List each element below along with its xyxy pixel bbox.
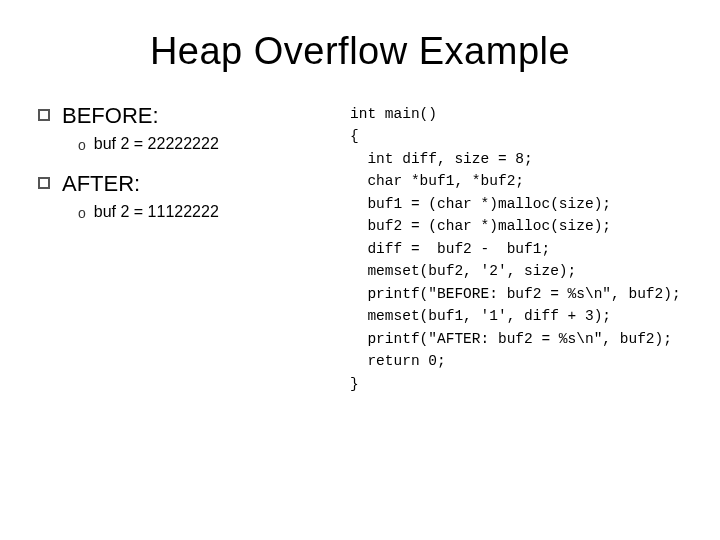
code-panel: int main() { int diff, size = 8; char *b…: [340, 103, 690, 395]
code-block: int main() { int diff, size = 8; char *b…: [350, 103, 690, 395]
o-bullet-icon: o: [78, 205, 86, 221]
sub-bullet-label: buf 2 = 22222222: [94, 135, 219, 153]
square-bullet-icon: [38, 109, 50, 121]
slide-title: Heap Overflow Example: [30, 30, 690, 73]
sub-bullet-label: buf 2 = 11122222: [94, 203, 219, 221]
bullet-list: BEFORE: o buf 2 = 22222222 AFTER: o buf …: [30, 103, 340, 239]
sub-bullet-after: o buf 2 = 11122222: [78, 203, 340, 221]
bullet-after: AFTER:: [38, 171, 340, 197]
square-bullet-icon: [38, 177, 50, 189]
o-bullet-icon: o: [78, 137, 86, 153]
bullet-before: BEFORE:: [38, 103, 340, 129]
bullet-label: AFTER:: [62, 171, 140, 197]
bullet-label: BEFORE:: [62, 103, 159, 129]
sub-bullet-before: o buf 2 = 22222222: [78, 135, 340, 153]
slide: Heap Overflow Example BEFORE: o buf 2 = …: [0, 0, 720, 540]
slide-content: BEFORE: o buf 2 = 22222222 AFTER: o buf …: [30, 103, 690, 395]
